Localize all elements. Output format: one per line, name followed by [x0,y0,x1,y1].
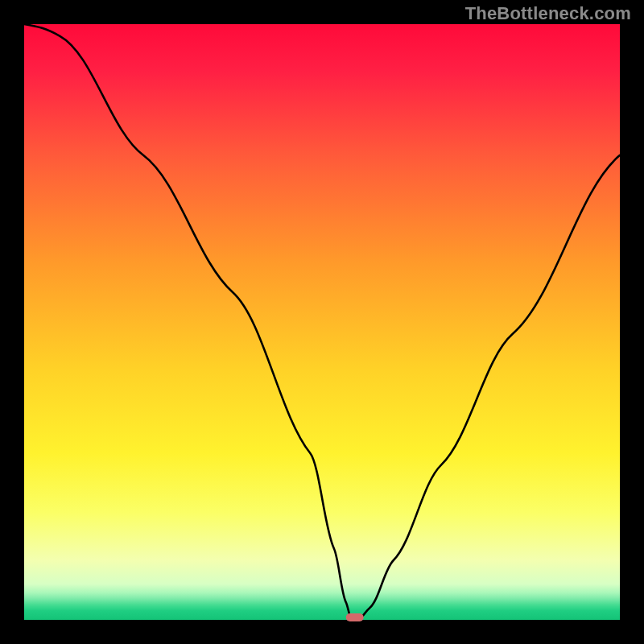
bottleneck-marker [346,613,364,621]
bottleneck-chart [0,0,644,644]
watermark-label: TheBottleneck.com [465,3,631,24]
chart-stage: TheBottleneck.com [0,0,644,644]
plot-background [24,24,620,620]
